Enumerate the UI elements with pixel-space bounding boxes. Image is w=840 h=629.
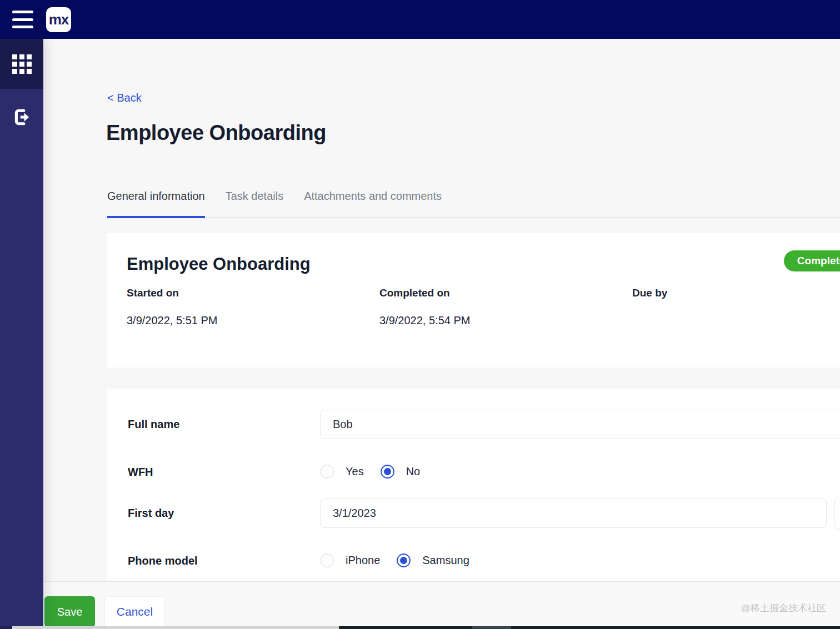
completed-on-value: 3/9/2022, 5:54 PM — [379, 314, 470, 328]
full-name-label: Full name — [128, 410, 179, 439]
mendix-logo[interactable]: mx — [46, 7, 71, 32]
tab-task-details[interactable]: Task details — [226, 190, 284, 218]
radio-selected-icon[interactable] — [381, 465, 394, 479]
started-on-field: Started on 3/9/2022, 5:51 PM — [127, 287, 217, 328]
apps-grid-icon — [12, 54, 32, 74]
topbar: mx — [0, 0, 840, 39]
wfh-yes-label: Yes — [346, 465, 364, 478]
summary-card-title: Employee Onboarding — [127, 254, 311, 274]
phone-iphone-label: iPhone — [346, 554, 380, 567]
due-by-field: Due by — [632, 287, 667, 328]
footer-action-bar: Save Cancel @稀土掘金技术社区 — [43, 581, 840, 626]
phone-model-radio-group: iPhone Samsung — [320, 553, 469, 567]
full-name-row: Full name — [107, 410, 840, 439]
watermark-text: @稀土掘金技术社区 — [741, 602, 826, 615]
sidebar — [0, 39, 43, 626]
page-title: Employee Onboarding — [106, 121, 326, 145]
wfh-radio-group: Yes No — [320, 465, 420, 479]
started-on-value: 3/9/2022, 5:51 PM — [127, 314, 217, 328]
save-button[interactable]: Save — [44, 596, 95, 627]
wfh-no-label: No — [406, 465, 421, 478]
phone-samsung-label: Samsung — [422, 554, 469, 567]
completed-on-label: Completed on — [379, 287, 470, 299]
tab-bar: General information Task details Attachm… — [107, 190, 442, 218]
cancel-button[interactable]: Cancel — [104, 596, 165, 627]
first-day-input[interactable] — [320, 499, 827, 528]
wfh-option-no[interactable]: No — [381, 465, 421, 479]
sidebar-item-apps[interactable] — [0, 39, 43, 89]
radio-unselected-icon[interactable] — [320, 553, 334, 567]
due-by-value — [632, 314, 667, 328]
full-name-input[interactable] — [320, 410, 840, 439]
app-window: mx < Back Employee Onboarding General in… — [0, 0, 840, 629]
sign-out-icon — [12, 107, 32, 129]
phone-model-label: Phone model — [128, 553, 198, 568]
first-day-row: First day — [107, 499, 840, 531]
summary-card: Employee Onboarding Completed Started on… — [107, 233, 840, 368]
tab-attachments-comments[interactable]: Attachments and comments — [304, 190, 442, 218]
phone-option-samsung[interactable]: Samsung — [397, 553, 469, 567]
wfh-label: WFH — [128, 465, 153, 479]
date-picker-button[interactable] — [834, 497, 840, 530]
first-day-label: First day — [128, 499, 174, 528]
wfh-row: WFH Yes No — [107, 465, 840, 479]
radio-selected-icon[interactable] — [397, 553, 411, 567]
radio-unselected-icon[interactable] — [320, 465, 334, 479]
completed-on-field: Completed on 3/9/2022, 5:54 PM — [379, 287, 470, 328]
tab-general-information[interactable]: General information — [107, 190, 205, 218]
started-on-label: Started on — [127, 287, 217, 299]
phone-model-row: Phone model iPhone Samsung — [107, 553, 840, 568]
sidebar-item-signout[interactable] — [0, 99, 43, 138]
wfh-option-yes[interactable]: Yes — [320, 465, 364, 479]
due-by-label: Due by — [632, 287, 667, 299]
menu-icon[interactable] — [12, 11, 33, 28]
status-badge: Completed — [784, 250, 840, 271]
main-content: < Back Employee Onboarding General infor… — [43, 39, 840, 626]
screen-edge-strip — [0, 626, 840, 629]
back-link[interactable]: < Back — [107, 92, 142, 104]
phone-option-iphone[interactable]: iPhone — [320, 553, 380, 567]
